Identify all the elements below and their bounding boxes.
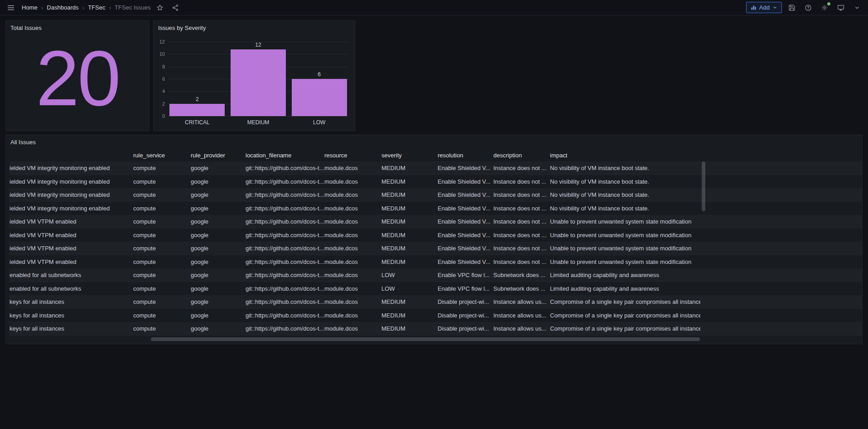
bar-critical[interactable] [169,104,225,116]
breadcrumb-separator-icon: › [109,5,111,11]
share-icon [172,4,179,11]
share-button[interactable] [169,1,182,14]
table-cell: Disable project-wi... [438,298,493,305]
panel-title[interactable]: All Issues [6,135,862,149]
panel-title[interactable]: Issues by Severity [154,21,355,34]
y-tick-label: 2 [162,101,165,107]
table-row[interactable]: ielded VM VTPM enabledcomputegooglegit::… [10,242,862,255]
bar-slot: 6 [290,42,348,116]
breadcrumb-item-dashboards[interactable]: Dashboards [47,4,78,11]
table-row[interactable]: ielded VM VTPM enabledcomputegooglegit::… [10,215,862,229]
menu-button[interactable] [5,1,17,14]
menu-icon [7,4,15,12]
table-cell: keys for all instances [10,312,133,319]
table-cell: google [191,285,246,292]
table-cell: git::https://github.com/dcos-t... [246,232,324,239]
table-cell: Limited auditing capability and awarenes… [550,272,700,278]
bar-slot: 12 [229,42,288,116]
table-cell: Instance does not ... [493,178,550,185]
table-cell: module.dcos [324,258,381,265]
table-cell: module.dcos [324,312,381,319]
table-cell: module.dcos [324,165,381,171]
table-cell: Instance does not ... [493,218,550,225]
table-cell: No visibility of VM instance boot state. [550,178,700,185]
table-cell: compute [133,258,191,265]
table-cell: Enable Shielded V... [438,218,493,225]
column-header-rule_provider[interactable]: rule_provider [191,152,246,159]
table-horizontal-scrollbar[interactable] [151,337,700,341]
column-header-resolution[interactable]: resolution [438,152,493,159]
table-cell: No visibility of VM instance boot state. [550,165,700,171]
favorite-star-button[interactable] [154,1,166,14]
stat-value: 20 [6,34,149,131]
table-vertical-scrollbar[interactable] [702,161,705,211]
settings-button[interactable] [818,1,831,14]
table-cell: google [191,245,246,252]
breadcrumb-item-tfsec[interactable]: TFSec [88,4,105,11]
table-cell: MEDIUM [381,205,438,212]
table-cell: compute [133,312,191,319]
collapse-navbar-button[interactable] [851,1,863,14]
table-row[interactable]: ielded VM VTPM enabledcomputegooglegit::… [10,229,862,242]
table-row[interactable]: enabled for all subnetworkscomputegoogle… [10,268,862,282]
table-cell: MEDIUM [381,178,438,185]
table-row[interactable]: enabled for all subnetworkscomputegoogle… [10,282,862,296]
table-cell: Disable project-wi... [438,312,493,319]
table-row[interactable]: ielded VM integrity monitoring enabledco… [10,202,862,215]
table-row[interactable]: keys for all instancescomputegooglegit::… [10,295,862,309]
table-cell: git::https://github.com/dcos-t... [246,325,324,332]
table-cell: MEDIUM [381,245,438,252]
table-cell: Enable Shielded V... [438,245,493,252]
y-tick-label: 4 [162,88,165,94]
table-cell: compute [133,285,191,292]
column-header-rule_service[interactable]: rule_service [133,152,191,159]
table-row[interactable]: ielded VM integrity monitoring enabledco… [10,175,862,189]
table-cell: google [191,165,246,171]
save-icon [788,4,796,11]
column-header-resource[interactable]: resource [324,152,381,159]
table-row[interactable]: keys for all instancescomputegooglegit::… [10,309,862,322]
table-cell: git::https://github.com/dcos-t... [246,258,324,265]
table-row[interactable]: keys for all instancescomputegooglegit::… [10,322,862,336]
table-cell: LOW [381,285,438,292]
table-cell: Instance does not ... [493,165,550,171]
table-cell: enabled for all subnetworks [10,285,133,292]
panel-all-issues: All Issues rule_servicerule_providerloca… [5,135,863,344]
table-cell: compute [133,191,191,198]
y-tick-label: 0 [162,113,165,119]
table-cell: Instance does not ... [493,232,550,239]
table-cell: No visibility of VM instance boot state. [550,191,700,198]
table-cell: Disable project-wi... [438,325,493,332]
breadcrumb-item-tfsec-issues[interactable]: TFSec Issues [115,4,150,11]
table-cell: MEDIUM [381,232,438,239]
table-cell: git::https://github.com/dcos-t... [246,218,324,225]
help-button[interactable] [802,1,815,14]
table-body: ielded VM integrity monitoring enabledco… [10,161,862,336]
table-cell: ielded VM VTPM enabled [10,232,133,239]
column-header-location_filename[interactable]: location_filename [246,152,324,159]
table-cell: google [191,272,246,278]
table-cell: MEDIUM [381,298,438,305]
table-cell: ielded VM VTPM enabled [10,258,133,265]
table-row[interactable]: ielded VM VTPM enabledcomputegooglegit::… [10,255,862,269]
table-cell: git::https://github.com/dcos-t... [246,205,324,212]
bar-medium[interactable] [231,49,286,116]
column-header-description[interactable]: description [493,152,550,159]
bar-slot: 2 [168,42,227,116]
add-button[interactable]: Add [746,2,782,13]
bar-chart: 024681012 2126 CRITICALMEDIUMLOW [154,34,355,131]
table-cell: git::https://github.com/dcos-t... [246,272,324,278]
save-dashboard-button[interactable] [786,1,798,14]
table-row[interactable]: ielded VM integrity monitoring enabledco… [10,188,862,202]
breadcrumb: Home›Dashboards›TFSec›TFSec Issues [22,4,151,11]
column-header-severity[interactable]: severity [381,152,438,159]
bar-low[interactable] [292,79,347,116]
table-row[interactable]: ielded VM integrity monitoring enabledco… [10,161,862,175]
table-cell: Instance allows us... [493,298,550,305]
table-cell: module.dcos [324,245,381,252]
kiosk-mode-button[interactable] [834,1,847,14]
panel-title[interactable]: Total Issues [6,21,149,34]
table-cell: google [191,258,246,265]
breadcrumb-item-home[interactable]: Home [22,4,38,11]
column-header-impact[interactable]: impact [550,152,700,159]
